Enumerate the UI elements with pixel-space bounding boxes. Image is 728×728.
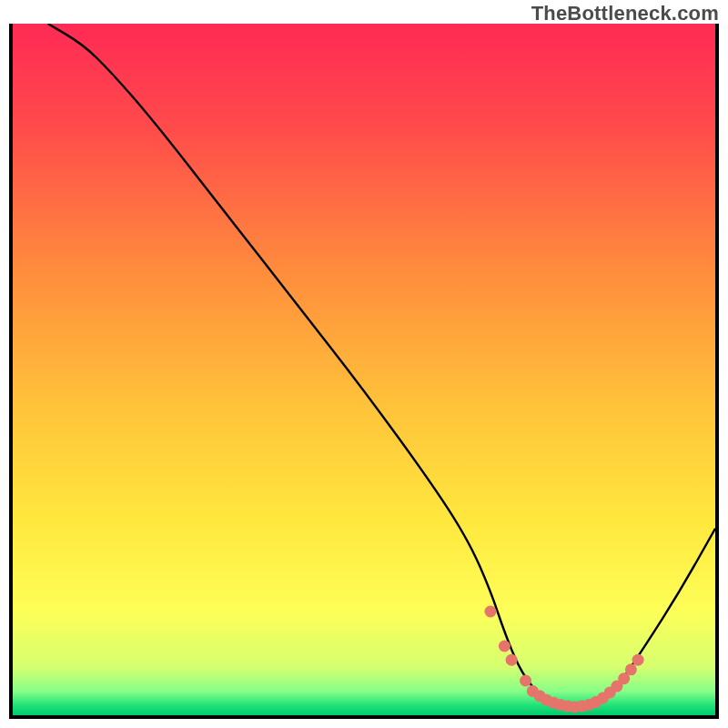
watermark-text: TheBottleneck.com bbox=[531, 2, 719, 25]
chart-frame bbox=[9, 24, 719, 719]
